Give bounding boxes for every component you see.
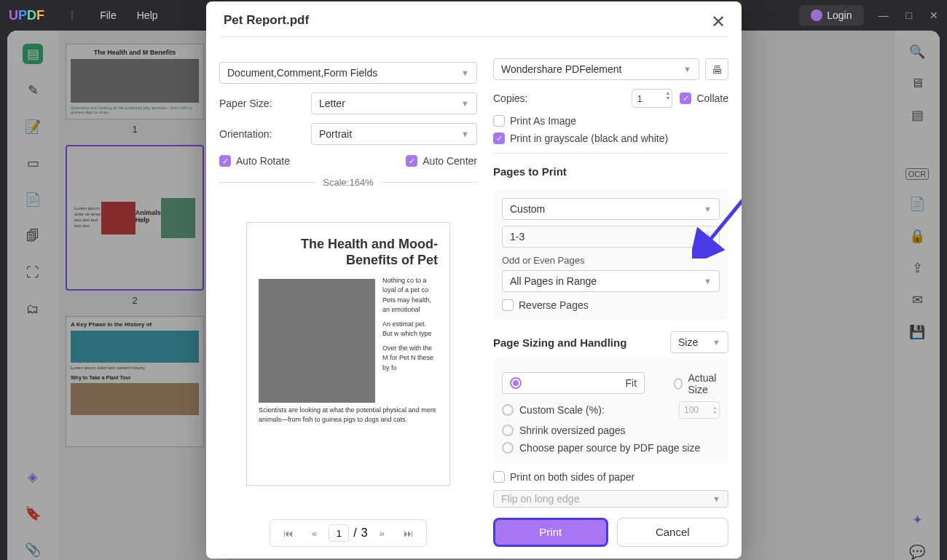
copies-label: Copies: (493, 92, 527, 104)
document-mode-select[interactable]: Document,Comment,Form Fields▼ (219, 62, 477, 84)
cancel-button[interactable]: Cancel (617, 518, 729, 547)
custom-scale-radio[interactable]: Custom Scale (%): (502, 404, 605, 416)
print-dialog: Pet Report.pdf ✕ Document,Comment,Form F… (206, 1, 742, 559)
odd-even-select[interactable]: All Pages in Range▼ (502, 270, 720, 292)
preview-p4: Scientists are looking at what the poten… (259, 406, 438, 425)
close-window-icon[interactable]: ✕ (930, 9, 938, 21)
preview-pager: ⏮ « / 3 » ⏭ (270, 519, 427, 547)
page-input[interactable] (329, 524, 349, 542)
minimize-icon[interactable]: — (879, 9, 889, 21)
size-mode-select[interactable]: Size▼ (670, 331, 728, 353)
menu-file[interactable]: File (100, 9, 117, 21)
first-page-icon[interactable]: ⏮ (276, 525, 300, 542)
dialog-title: Pet Report.pdf (224, 13, 724, 28)
sizing-heading: Page Sizing and Handling (493, 336, 626, 349)
pages-to-print-heading: Pages to Print (493, 165, 728, 178)
custom-scale-input[interactable]: 100▲▼ (679, 401, 720, 419)
page-total: 3 (361, 527, 368, 540)
last-page-icon[interactable]: ⏭ (396, 525, 420, 542)
app-logo: UPDF (9, 8, 44, 23)
maximize-icon[interactable]: □ (906, 9, 912, 21)
auto-center-checkbox[interactable]: ✓Auto Center (406, 155, 477, 167)
prev-page-icon[interactable]: « (304, 525, 324, 542)
grayscale-checkbox[interactable]: ✓Print in grayscale (black and white) (493, 133, 728, 144)
auto-rotate-checkbox[interactable]: ✓Auto Rotate (219, 155, 290, 167)
menu-help[interactable]: Help (137, 9, 158, 21)
both-sides-checkbox[interactable]: Print on both sides of paper (493, 471, 728, 483)
printer-select[interactable]: Wondershare PDFelement▼ (493, 58, 699, 80)
login-label: Login (827, 9, 852, 21)
orientation-label: Orientation: (219, 128, 304, 140)
close-icon[interactable]: ✕ (711, 12, 726, 32)
reverse-pages-checkbox[interactable]: Reverse Pages (502, 299, 720, 311)
collate-checkbox[interactable]: ✓Collate (680, 92, 728, 104)
fit-radio[interactable]: Fit (502, 372, 645, 394)
pages-mode-select[interactable]: Custom▼ (502, 198, 720, 220)
next-page-icon[interactable]: » (372, 525, 392, 542)
copies-input[interactable]: 1▲▼ (632, 89, 672, 108)
login-button[interactable]: Login (799, 5, 863, 25)
avatar-icon (811, 9, 822, 21)
paper-size-label: Paper Size: (219, 98, 304, 109)
preview-heading: The Health and Mood- Benefits of Pet (259, 236, 438, 269)
page-sep: / (353, 527, 356, 540)
odd-even-label: Odd or Even Pages (502, 255, 720, 266)
paper-size-select[interactable]: Letter▼ (311, 92, 477, 114)
help-icon[interactable]: ? (702, 232, 713, 242)
preview-image (259, 279, 375, 403)
page-preview: The Health and Mood- Benefits of Pet Not… (246, 222, 450, 486)
actual-size-radio[interactable]: Actual Size (674, 372, 720, 395)
pages-range-input[interactable]: 1-3? (502, 226, 720, 248)
shrink-radio[interactable]: Shrink oversized pages (502, 425, 626, 436)
printer-settings-icon[interactable]: 🖶 (705, 58, 728, 80)
choose-paper-radio[interactable]: Choose paper source by PDF page size (502, 442, 700, 454)
print-button[interactable]: Print (493, 518, 608, 547)
orientation-select[interactable]: Portrait▼ (311, 123, 477, 145)
print-as-image-checkbox[interactable]: Print As Image (493, 115, 728, 127)
flip-select: Flip on long edge▼ (493, 490, 728, 508)
scale-text: Scale:164% (323, 177, 373, 188)
